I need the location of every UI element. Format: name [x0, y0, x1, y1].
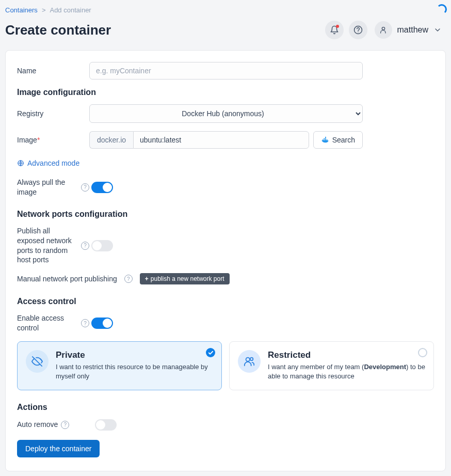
search-image-button[interactable]: Search: [313, 131, 363, 149]
notifications-button[interactable]: [325, 21, 344, 39]
publish-all-help[interactable]: ?: [81, 242, 89, 250]
actions-heading: Actions: [17, 403, 434, 412]
name-input[interactable]: [89, 62, 363, 80]
manual-publish-help[interactable]: ?: [124, 275, 133, 283]
name-row: Name: [17, 62, 434, 80]
svg-point-5: [246, 358, 250, 361]
registry-row: Registry Docker Hub (anonymous): [17, 104, 434, 123]
restricted-desc: I want any member of my team (Developmen…: [268, 362, 425, 381]
private-title: Private: [56, 350, 213, 360]
publish-all-label: Publish all exposed network ports to ran…: [17, 226, 79, 265]
help-button[interactable]: [349, 21, 367, 39]
advanced-mode-link[interactable]: Advanced mode: [17, 159, 79, 167]
svg-point-6: [250, 358, 253, 361]
user-icon: [379, 26, 388, 34]
title-bar: Create container matthew: [0, 16, 451, 50]
restricted-icon-circle: [238, 350, 261, 373]
access-option-restricted[interactable]: Restricted I want any member of my team …: [229, 341, 434, 390]
always-pull-toggle[interactable]: [91, 182, 113, 193]
restricted-radio-indicator: [418, 348, 427, 357]
manual-publish-row: Manual network port publishing ? + publi…: [17, 273, 434, 284]
breadcrumb: Containers > Add container: [0, 0, 451, 16]
image-label: Image*: [17, 136, 89, 144]
plus-icon: +: [145, 275, 149, 282]
private-selected-indicator: [206, 348, 215, 357]
enable-access-toggle[interactable]: [91, 318, 113, 329]
loading-spinner: [437, 4, 447, 14]
notification-dot: [336, 25, 339, 28]
enable-access-row: Enable access control ?: [17, 313, 434, 333]
chevron-down-icon: [433, 26, 442, 34]
breadcrumb-current: Add container: [50, 6, 91, 14]
auto-remove-help[interactable]: ?: [61, 421, 69, 429]
private-desc: I want to restrict this resource to be m…: [56, 362, 213, 381]
user-name: matthew: [397, 25, 428, 35]
check-icon: [208, 350, 214, 356]
always-pull-row: Always pull the image ?: [17, 178, 434, 197]
enable-access-label: Enable access control: [17, 313, 79, 333]
globe-icon: [17, 160, 24, 167]
auto-remove-row: Auto remove ?: [17, 419, 434, 431]
access-heading: Access control: [17, 297, 434, 306]
access-cards: Private I want to restrict this resource…: [17, 341, 434, 390]
image-row: Image* docker.io Search: [17, 131, 434, 149]
publish-all-row: Publish all exposed network ports to ran…: [17, 226, 434, 265]
manual-publish-label: Manual network port publishing: [17, 275, 117, 283]
always-pull-help[interactable]: ?: [81, 183, 89, 192]
eye-off-icon: [31, 356, 43, 367]
user-menu[interactable]: matthew: [373, 19, 445, 41]
form-panel: Name Image configuration Registry Docker…: [5, 50, 446, 471]
network-heading: Network ports configuration: [17, 210, 434, 219]
help-circle-icon: [353, 25, 363, 35]
users-icon: [244, 356, 255, 367]
image-input[interactable]: [133, 131, 309, 149]
auto-remove-label: Auto remove: [17, 420, 58, 430]
publish-all-toggle[interactable]: [91, 240, 113, 251]
deploy-button[interactable]: Deploy the container: [17, 440, 100, 457]
image-registry-prefix: docker.io: [89, 131, 133, 149]
access-option-private[interactable]: Private I want to restrict this resource…: [17, 341, 222, 390]
name-label: Name: [17, 67, 89, 75]
enable-access-help[interactable]: ?: [81, 319, 89, 327]
page-title: Create container: [5, 22, 111, 38]
docker-icon: [321, 136, 329, 144]
registry-label: Registry: [17, 109, 89, 118]
svg-point-2: [382, 27, 384, 30]
breadcrumb-root-link[interactable]: Containers: [5, 6, 38, 14]
restricted-title: Restricted: [268, 350, 425, 360]
breadcrumb-separator: >: [42, 6, 46, 14]
image-config-heading: Image configuration: [17, 88, 434, 97]
registry-select[interactable]: Docker Hub (anonymous): [89, 104, 363, 123]
always-pull-label: Always pull the image: [17, 178, 79, 197]
auto-remove-toggle[interactable]: [95, 419, 117, 431]
private-icon-circle: [26, 350, 49, 373]
avatar: [375, 21, 392, 39]
publish-port-button[interactable]: + publish a new network port: [140, 273, 230, 284]
